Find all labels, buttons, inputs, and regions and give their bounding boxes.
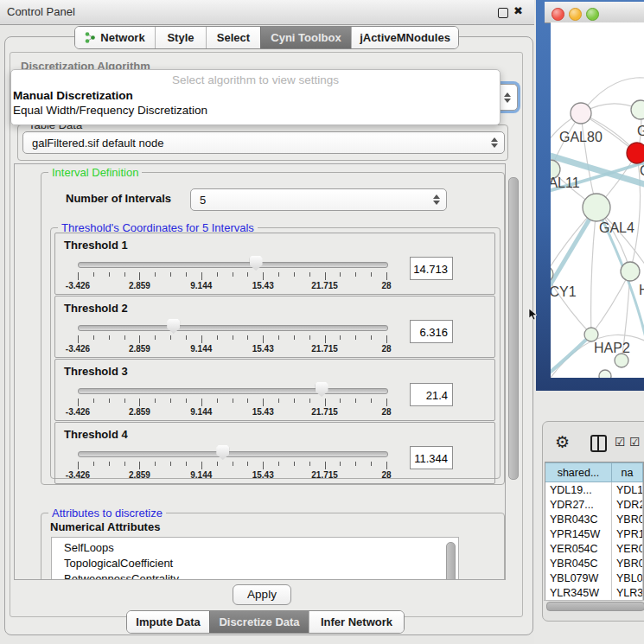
- slider-tick: [186, 272, 187, 277]
- list-scrollbar[interactable]: [446, 542, 456, 580]
- slider-tick: [217, 399, 218, 403]
- table-row[interactable]: YPR145WYPR1: [545, 526, 643, 541]
- network-node[interactable]: [583, 194, 610, 221]
- column-header[interactable]: shared...: [545, 462, 612, 482]
- tab-select[interactable]: Select: [206, 27, 260, 48]
- slider-tick: [201, 272, 202, 280]
- close-icon[interactable]: ✖: [513, 4, 523, 17]
- node-table[interactable]: shared...naYDL19...YDL1YDR27...YDR2YBR04…: [545, 462, 644, 600]
- table-row[interactable]: YER054CYER0: [545, 541, 643, 556]
- tab-jactivemnodules[interactable]: jActiveMNodules: [351, 27, 458, 48]
- settings-scrollbar[interactable]: [508, 177, 519, 480]
- network-window-titlebar[interactable]: [545, 2, 644, 23]
- numerical-attributes-list[interactable]: SelfLoopsTopologicalCoefficientBetweenne…: [51, 537, 459, 580]
- network-node[interactable]: [627, 143, 644, 163]
- slider-tick: [278, 272, 279, 277]
- slider-tick: [78, 335, 79, 343]
- slider-tick: [217, 335, 218, 340]
- slider-tick: [78, 272, 79, 280]
- slider-thumb[interactable]: [316, 382, 328, 397]
- slider-track[interactable]: [78, 451, 388, 457]
- slider-tick: [371, 272, 372, 277]
- numerical-attributes-heading: Numerical Attributes: [50, 520, 160, 533]
- number-of-intervals-combobox[interactable]: 5: [190, 188, 447, 211]
- tab-discretize-data[interactable]: Discretize Data: [209, 611, 309, 633]
- slider-tick: [263, 399, 264, 406]
- slider-thumb[interactable]: [167, 319, 180, 334]
- network-node[interactable]: [615, 354, 628, 367]
- control-panel-titlebar[interactable]: Control Panel ✖: [0, 0, 536, 25]
- tab-label: Discretize Data: [219, 615, 299, 628]
- minimize-traffic-light-icon[interactable]: [569, 8, 582, 21]
- threshold-value-field[interactable]: 21.4: [410, 383, 453, 406]
- network-node-label: GAL4: [599, 220, 634, 235]
- attribute-list-item[interactable]: TopologicalCoefficient: [52, 556, 458, 571]
- slider-tick: [386, 399, 387, 406]
- tab-style[interactable]: Style: [155, 27, 206, 48]
- attribute-list-item[interactable]: BetweennessCentrality: [52, 571, 458, 580]
- table-cell: YBL079W: [545, 571, 612, 586]
- table-row[interactable]: YDR27...YDR2: [545, 497, 643, 512]
- slider-tick: [386, 272, 387, 280]
- slider-tick-label: 28: [381, 470, 391, 480]
- slider-tick: [263, 462, 264, 469]
- table-row[interactable]: YDL19...YDL1: [545, 482, 643, 497]
- network-node[interactable]: [621, 262, 640, 281]
- threshold-value-field[interactable]: 14.713: [410, 257, 453, 280]
- slider-tick: [355, 462, 356, 466]
- apply-button[interactable]: Apply: [233, 584, 291, 605]
- slider-thumb[interactable]: [250, 256, 263, 271]
- network-node[interactable]: [584, 328, 598, 341]
- slider-tick: [93, 272, 94, 277]
- network-edge[interactable]: [551, 274, 591, 335]
- tab-network[interactable]: Network: [75, 27, 155, 48]
- slider-tick: [170, 272, 171, 277]
- network-edge-highlighted[interactable]: [551, 335, 591, 378]
- slider-tick-label: -3.426: [66, 470, 90, 480]
- slider-tick: [371, 335, 372, 340]
- slider-tick: [294, 462, 295, 466]
- table-cell: YBL0: [612, 571, 643, 586]
- slider-tick-label: 2.859: [129, 281, 150, 290]
- slider-track[interactable]: [78, 325, 388, 331]
- threshold-value-field[interactable]: 11.344: [410, 446, 453, 469]
- network-node[interactable]: [599, 370, 611, 378]
- slider-track[interactable]: [78, 388, 388, 394]
- slider-tick-label: -3.426: [66, 281, 90, 290]
- tab-infer-network[interactable]: Infer Network: [309, 611, 404, 633]
- tab-cyni-toolbox[interactable]: Cyni Toolbox: [260, 27, 351, 48]
- table-cell: YLR3: [612, 586, 643, 600]
- threshold-value-field[interactable]: 6.316: [410, 320, 453, 343]
- table-row[interactable]: YBR043CYBR0: [545, 512, 643, 526]
- table-header-row: shared...na: [545, 462, 643, 482]
- network-edge[interactable]: [591, 271, 630, 335]
- dropdown-option[interactable]: Equal Width/Frequency Discretization: [11, 103, 500, 118]
- network-edge[interactable]: [591, 207, 596, 335]
- slider-track[interactable]: [78, 262, 388, 268]
- network-edge[interactable]: [630, 153, 641, 271]
- slider-thumb[interactable]: [216, 445, 229, 460]
- checkbox-icon[interactable]: ☑: [629, 435, 641, 449]
- float-icon[interactable]: [498, 8, 508, 18]
- checkbox-icon[interactable]: ☑: [615, 435, 626, 449]
- table-hscrollbar-thumb[interactable]: [546, 602, 644, 611]
- gear-icon[interactable]: ⚙: [555, 432, 570, 452]
- dropdown-option[interactable]: Manual Discretization: [11, 88, 500, 103]
- attribute-list-item[interactable]: SelfLoops: [52, 540, 458, 556]
- slider-tick: [355, 335, 356, 340]
- slider-tick-label: 2.859: [129, 407, 150, 417]
- slider-tick: [233, 335, 233, 340]
- table-row[interactable]: YBR045CYBR0: [545, 556, 643, 571]
- slider-tick: [247, 399, 248, 403]
- table-row[interactable]: YBL079WYBL0: [545, 571, 643, 586]
- table-row[interactable]: YLR345WYLR3: [545, 586, 643, 600]
- tab-impute-data[interactable]: Impute Data: [127, 611, 209, 633]
- zoom-traffic-light-icon[interactable]: [586, 8, 599, 21]
- network-node[interactable]: [631, 100, 644, 119]
- column-header[interactable]: na: [612, 462, 643, 482]
- split-columns-icon[interactable]: [590, 435, 607, 452]
- close-traffic-light-icon[interactable]: [552, 8, 564, 21]
- table-data-combobox[interactable]: galFiltered.sif default node: [22, 131, 505, 154]
- network-node[interactable]: [571, 103, 591, 124]
- network-canvas[interactable]: GAL80GACGAL11GAL4GCY1HHAP2: [551, 22, 644, 378]
